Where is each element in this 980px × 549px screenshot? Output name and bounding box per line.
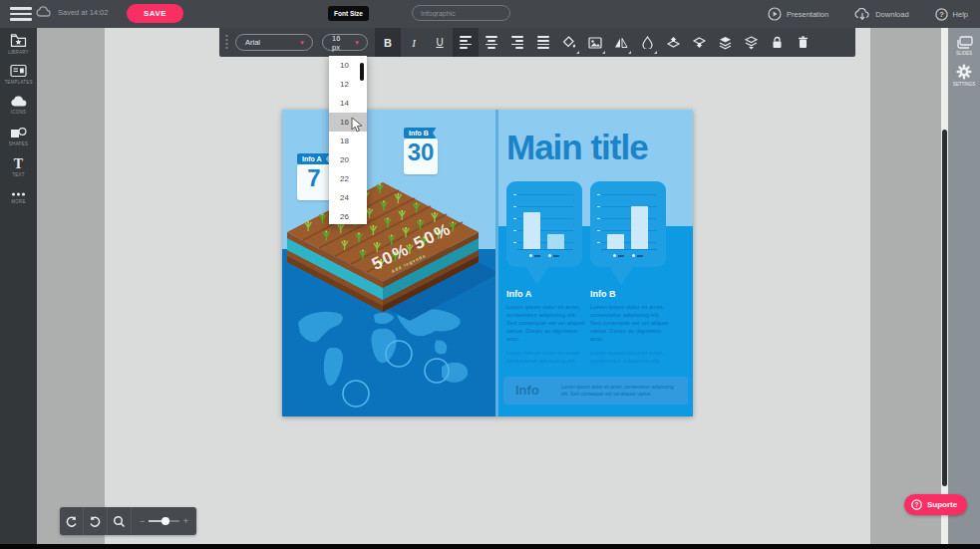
font-size-option-14[interactable]: 14 — [329, 94, 367, 113]
redo-icon — [65, 515, 78, 528]
section-a-heading[interactable]: Info A — [506, 289, 531, 299]
main-title-text[interactable]: Main title — [506, 128, 690, 167]
bring-to-front-button[interactable] — [712, 28, 738, 57]
align-right-button[interactable] — [504, 28, 530, 57]
font-size-tooltip: Font Size — [328, 6, 369, 21]
bring-forward-button[interactable] — [660, 28, 686, 57]
support-button[interactable]: ? Suporte — [904, 494, 967, 515]
font-size-option-16[interactable]: 16 — [329, 113, 367, 132]
sidebar-item-slides[interactable]: SLIDES — [948, 28, 980, 56]
left-sidebar: LIBRARY TEMPLATES ICONS SHAPES T TEXT MO… — [0, 28, 37, 549]
section-a-body[interactable]: Lorem ipsum dolor sit amet, consectetur … — [506, 303, 586, 343]
section-a-body2[interactable]: Lorem ipsum dolor sit amet, consectetur … — [506, 349, 586, 365]
mini-bar-chart — [517, 190, 573, 250]
document-title-input[interactable] — [412, 5, 510, 21]
chart-card-a[interactable] — [506, 181, 582, 267]
workspace-scrollbar[interactable] — [941, 28, 948, 549]
sidebar-item-library[interactable]: LIBRARY — [0, 28, 37, 59]
italic-button[interactable]: I — [401, 28, 427, 57]
shapes-icon — [10, 127, 27, 139]
text-icon: T — [11, 156, 26, 170]
chart-bar — [547, 234, 564, 249]
align-justify-button[interactable] — [530, 28, 556, 57]
library-icon — [10, 33, 27, 48]
bold-button[interactable]: B — [375, 28, 401, 57]
sidebar-item-label: ICONS — [11, 110, 26, 115]
download-label: Download — [875, 10, 908, 19]
presentation-button[interactable]: Presentation — [768, 7, 828, 21]
zoom-tool-button[interactable] — [108, 507, 132, 535]
font-size-option-22[interactable]: 22 — [329, 169, 367, 188]
font-size-dropdown[interactable]: 101214161820222426 — [329, 56, 367, 224]
sidebar-item-shapes[interactable]: SHAPES — [0, 121, 37, 151]
align-left-button[interactable] — [453, 28, 479, 57]
redo-button[interactable] — [60, 507, 84, 535]
delete-button[interactable] — [790, 28, 816, 57]
font-size-option-20[interactable]: 20 — [329, 150, 367, 169]
save-button[interactable]: SAVE — [127, 4, 183, 23]
mini-bar-chart — [601, 190, 657, 250]
sidebar-item-more[interactable]: MORE — [0, 182, 37, 213]
send-backward-button[interactable] — [686, 28, 712, 57]
svg-text:?: ? — [915, 501, 919, 508]
undo-icon — [89, 515, 102, 528]
sidebar-item-icons[interactable]: ICONS — [0, 90, 37, 121]
send-to-back-button[interactable] — [738, 28, 764, 57]
top-bar: Saved at 14:02 SAVE Font Size Presentati… — [0, 0, 980, 28]
cloud-download-icon — [854, 8, 870, 21]
format-toolbar: Arial▼ 16 px▼ B I U — [219, 28, 855, 57]
fill-color-button[interactable] — [556, 28, 582, 57]
info-a-tag[interactable]: Info A 7 — [297, 147, 331, 200]
zoom-out-button[interactable]: − — [140, 516, 145, 526]
font-size-select[interactable]: 16 px▼ — [322, 34, 368, 51]
section-b-body2[interactable]: Lorem ipsum dolor sit amet, consectetur … — [590, 349, 670, 365]
font-size-option-18[interactable]: 18 — [329, 132, 367, 150]
toolbar-drag-handle[interactable] — [224, 34, 229, 51]
sidebar-item-text[interactable]: T TEXT — [0, 151, 37, 182]
help-label: Help — [953, 10, 968, 19]
tag-label: Info A — [297, 153, 330, 164]
chart-bar — [607, 234, 624, 249]
section-b-heading[interactable]: Info B — [590, 289, 616, 299]
align-justify-icon — [537, 36, 549, 48]
sidebar-item-label: MORE — [11, 199, 25, 204]
tag-value: 30 — [404, 138, 438, 174]
workspace-left-gutter — [37, 28, 105, 549]
help-button[interactable]: ? Help — [935, 8, 968, 21]
sidebar-item-label: TEXT — [12, 172, 24, 177]
replace-image-button[interactable] — [582, 28, 608, 57]
zoom-in-button[interactable]: + — [183, 516, 188, 526]
align-center-button[interactable] — [479, 28, 504, 57]
download-button[interactable]: Download — [854, 8, 908, 21]
scrollbar-thumb[interactable] — [942, 130, 947, 486]
speech-tail — [608, 265, 634, 285]
info-box-text: Lorem ipsum dolor sit amet, consectetur … — [561, 384, 681, 398]
font-size-option-24[interactable]: 24 — [329, 188, 367, 207]
cloud-icon — [10, 96, 28, 108]
underline-button[interactable]: U — [427, 28, 453, 57]
dropdown-scrollbar-thumb[interactable] — [360, 63, 364, 81]
sidebar-item-label: SETTINGS — [953, 82, 976, 87]
topbar-actions: Presentation Download ? Help — [768, 0, 968, 28]
zoom-slider-thumb[interactable] — [162, 517, 169, 525]
font-size-option-26[interactable]: 26 — [329, 207, 367, 224]
settings-icon — [956, 64, 972, 80]
info-b-tag[interactable]: Info B 30 — [404, 122, 438, 174]
opacity-button[interactable] — [634, 28, 660, 57]
sidebar-item-templates[interactable]: TEMPLATES — [0, 59, 37, 90]
chart-card-b[interactable] — [590, 181, 666, 267]
workspace-right-gutter — [870, 28, 941, 549]
zoom-slider-track[interactable] — [149, 520, 178, 522]
lock-button[interactable] — [764, 28, 790, 57]
info-box[interactable]: Info Lorem ipsum dolor sit amet, consect… — [503, 377, 688, 405]
sidebar-item-settings[interactable]: SETTINGS — [948, 56, 980, 87]
chevron-down-icon: ▼ — [348, 40, 360, 46]
svg-text:?: ? — [939, 10, 944, 19]
font-family-select[interactable]: Arial▼ — [235, 34, 313, 51]
flip-button[interactable] — [608, 28, 634, 57]
svg-text:T: T — [14, 156, 24, 170]
tag-label: Info B — [404, 128, 437, 138]
hamburger-menu-icon[interactable] — [10, 7, 32, 21]
undo-button[interactable] — [84, 507, 108, 535]
section-b-body[interactable]: Lorem ipsum dolor sit amet, consectetur … — [590, 303, 670, 343]
